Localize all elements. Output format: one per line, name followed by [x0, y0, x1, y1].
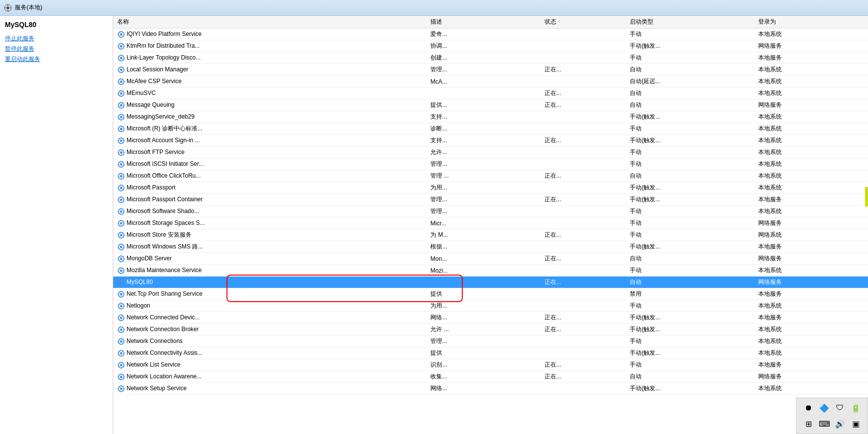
title-bar-text: 服务(本地)	[15, 3, 42, 12]
pause-service-link[interactable]: 暂停此服务	[5, 45, 108, 53]
svg-line-313	[123, 390, 124, 391]
tray-keyboard-icon[interactable]: ⌨	[818, 418, 830, 430]
svg-line-23	[123, 47, 124, 48]
svg-line-295	[119, 366, 120, 367]
svg-line-253	[123, 319, 124, 320]
service-startup-cell: 手动	[626, 229, 754, 241]
tray-record-icon[interactable]: ⏺	[803, 402, 814, 414]
main-container: MySQL80 停止此服务 暂停此服务 重启动此服务 名称 描述 状态 启动类型…	[0, 16, 868, 434]
table-row[interactable]: Microsoft Account Sign-in ...支持...正在...手…	[113, 135, 868, 147]
svg-point-117	[120, 163, 123, 165]
service-startup-cell: 自动	[626, 88, 754, 99]
svg-point-287	[120, 364, 123, 366]
service-name-cell: Message Queuing	[113, 99, 426, 111]
service-startup-cell: 禁用	[626, 288, 754, 300]
stop-service-link[interactable]: 停止此服务	[5, 34, 108, 43]
service-desc-cell: 创建...	[426, 52, 540, 64]
service-desc-cell: 管理...	[426, 158, 540, 170]
table-row[interactable]: Net.Tcp Port Sharing Service提供禁用本地服务	[113, 288, 868, 300]
svg-line-73	[123, 106, 124, 107]
table-row[interactable]: MySQL80正在...自动网络服务	[113, 277, 868, 288]
table-row[interactable]: Network Setup Service网络...手动(触发...本地系统	[113, 383, 868, 395]
svg-line-254	[123, 315, 124, 316]
table-row[interactable]: Microsoft (R) 诊断中心标准...诊断...手动本地系统	[113, 123, 868, 135]
table-row[interactable]: Network Connected Devic...网络...正在...手动(触…	[113, 312, 868, 324]
service-status-cell	[541, 288, 626, 300]
table-row[interactable]: Microsoft Passport Container管理...正在...手动…	[113, 194, 868, 206]
table-row[interactable]: Microsoft Storage Spaces S...Micr...手动网络…	[113, 217, 868, 229]
tray-display-icon[interactable]: ▣	[850, 418, 862, 430]
service-status-cell: 正在...	[541, 371, 626, 383]
svg-line-305	[119, 378, 120, 379]
right-panel[interactable]: 名称 描述 状态 启动类型 登录为 IQIYI Video Platform S…	[113, 16, 868, 434]
selected-service-title: MySQL80	[5, 21, 108, 29]
svg-point-257	[120, 328, 123, 331]
table-row[interactable]: Microsoft iSCSI Initiator Ser...管理...手动本…	[113, 158, 868, 170]
svg-line-53	[123, 83, 124, 84]
col-header-startup[interactable]: 启动类型	[626, 16, 754, 29]
service-desc-cell: McA...	[426, 76, 540, 88]
table-row[interactable]: Link-Layer Topology Disco...创建...手动本地服务	[113, 52, 868, 64]
table-row[interactable]: Microsoft Store 安装服务为 M...正在...手动网络系统	[113, 229, 868, 241]
service-login-cell: 本地系统	[754, 158, 868, 170]
tray-shield-icon[interactable]: 🛡	[834, 402, 846, 414]
table-row[interactable]: Network Connections管理...手动本地系统	[113, 336, 868, 347]
table-row[interactable]: Microsoft Passport为用...手动(触发...本地系统	[113, 182, 868, 194]
table-row[interactable]: Network Connection Broker允许 ...正在...手动(触…	[113, 324, 868, 336]
tray-windows-icon[interactable]: ⊞	[803, 418, 814, 430]
services-table: 名称 描述 状态 启动类型 登录为 IQIYI Video Platform S…	[113, 16, 868, 395]
svg-line-303	[123, 378, 124, 379]
table-row[interactable]: Message Queuing提供...正在...自动网络服务	[113, 99, 868, 111]
table-row[interactable]: MEmuSVC正在...自动本地系统	[113, 88, 868, 99]
col-header-login[interactable]: 登录为	[754, 16, 868, 29]
svg-point-187	[120, 246, 123, 248]
svg-point-177	[120, 234, 123, 236]
svg-line-13	[123, 35, 124, 36]
svg-line-275	[119, 342, 120, 343]
tray-bluetooth-icon[interactable]: 🔷	[818, 402, 830, 414]
table-row[interactable]: McAfee CSP ServiceMcA...自动(延迟...本地系统	[113, 76, 868, 88]
service-desc-cell: 允许...	[426, 147, 540, 158]
table-row[interactable]: Microsoft Windows SMS 路...根据...手动(触发...本…	[113, 241, 868, 253]
table-row[interactable]: MongoDB ServerMon...正在...自动网络服务	[113, 253, 868, 265]
col-header-desc[interactable]: 描述	[426, 16, 540, 29]
svg-line-195	[119, 248, 120, 249]
service-login-cell: 本地系统	[754, 147, 868, 158]
service-name-cell: Network Connectivity Assis...	[113, 347, 426, 359]
col-header-status[interactable]: 状态	[541, 16, 626, 29]
col-header-name[interactable]: 名称	[113, 16, 426, 29]
table-row[interactable]: Microsoft Software Shado...管理...手动本地系统	[113, 206, 868, 217]
svg-line-143	[123, 189, 124, 190]
table-row[interactable]: Netlogon为用...手动本地系统	[113, 300, 868, 312]
tray-sound-icon[interactable]: 🔊	[834, 418, 846, 430]
table-row[interactable]: Network List Service识别...正在...手动本地服务	[113, 359, 868, 371]
svg-point-47	[120, 80, 123, 83]
tray-battery-icon[interactable]: 🔋	[850, 402, 862, 414]
svg-line-83	[123, 118, 124, 119]
table-row[interactable]: Network Connectivity Assis...提供手动(触发...本…	[113, 347, 868, 359]
svg-line-172	[119, 221, 120, 222]
svg-line-35	[119, 59, 120, 60]
service-name-cell: Network Connected Devic...	[113, 312, 426, 324]
service-startup-cell: 手动	[626, 206, 754, 217]
table-row[interactable]: Mozilla Maintenance ServiceMozi...手动本地系统	[113, 265, 868, 277]
table-row[interactable]: Network Location Awarene...收集...正在...自动网…	[113, 371, 868, 383]
svg-point-157	[120, 210, 123, 213]
service-status-cell	[541, 182, 626, 194]
table-row[interactable]: Microsoft Office ClickToRu...管理 ...正在...…	[113, 170, 868, 182]
service-login-cell: 本地服务	[754, 194, 868, 206]
service-status-cell: 正在...	[541, 229, 626, 241]
svg-line-33	[123, 59, 124, 60]
table-row[interactable]: Microsoft FTP Service允许...手动本地系统	[113, 147, 868, 158]
restart-service-link[interactable]: 重启动此服务	[5, 55, 108, 63]
svg-point-297	[120, 375, 123, 378]
service-startup-cell: 自动	[626, 277, 754, 288]
svg-point-137	[120, 186, 123, 189]
svg-line-105	[119, 142, 120, 143]
table-row[interactable]: KtmRm for Distributed Tra...协调...手动(触发..…	[113, 40, 868, 52]
svg-line-164	[123, 209, 124, 210]
table-row[interactable]: MessagingService_deb29支持...手动(触发...本地系统	[113, 111, 868, 123]
svg-line-124	[123, 162, 124, 163]
table-row[interactable]: Local Session Manager管理...正在...自动本地系统	[113, 64, 868, 76]
table-row[interactable]: IQIYI Video Platform Service爱奇...手动本地系统	[113, 29, 868, 40]
